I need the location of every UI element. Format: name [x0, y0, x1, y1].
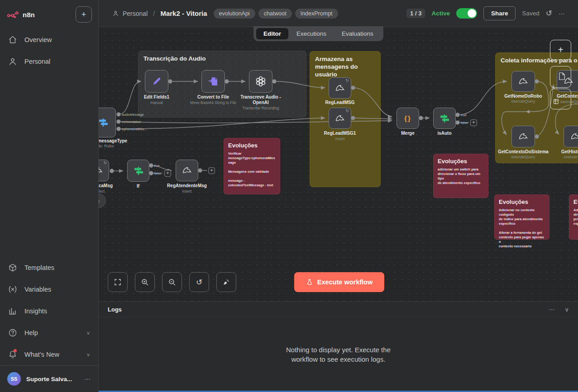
n8n-logo-icon — [7, 11, 19, 18]
add-node-button[interactable]: + — [470, 119, 477, 126]
view-tabs: Editor Executions Evaluations — [253, 26, 383, 41]
add-node-ghost-button[interactable]: + — [550, 40, 571, 60]
workflow-canvas[interactable]: Transcrição do Audio Armazena as mensage… — [99, 27, 578, 301]
if-icon — [439, 113, 450, 124]
home-icon — [8, 35, 17, 44]
sticky-note-evolucoes-4[interactable]: Evoluções Adicionar direcionar processo … — [569, 194, 578, 240]
sticky-body: Adicionar no contexto codigods de indice… — [499, 208, 545, 249]
user-more-icon[interactable]: ⋯ — [84, 375, 91, 383]
merge-icon: {} — [404, 114, 411, 122]
zoom-in-button[interactable] — [135, 272, 155, 292]
node-switch-messagetype[interactable] — [99, 108, 116, 137]
execute-workflow-button[interactable]: Execute workflow — [294, 272, 384, 292]
zoom-out-button[interactable] — [162, 272, 182, 292]
sidebar-item-label: Personal — [24, 58, 50, 65]
sticky-title: Evoluções — [438, 158, 484, 165]
fit-view-button[interactable] — [108, 272, 128, 292]
node-convert-to-file[interactable] — [201, 70, 225, 93]
node-transcreve-audio-openai[interactable] — [249, 70, 272, 93]
output-label: false — [154, 171, 161, 175]
pencil-icon — [151, 76, 162, 87]
logs-header[interactable]: Logs ⋯ ∨ — [99, 302, 578, 317]
logs-collapse-icon[interactable]: ∨ — [564, 306, 569, 313]
sidebar-item-personal[interactable]: Personal — [0, 51, 98, 72]
tab-editor[interactable]: Editor — [256, 28, 288, 39]
node-subtitle: Move Base64 String to File — [186, 100, 240, 105]
node-regleadmsg1[interactable]: ↻ — [329, 108, 351, 129]
toggle-knob — [468, 9, 476, 18]
tag[interactable]: evolutionApi — [214, 9, 255, 19]
user-icon — [8, 57, 17, 66]
help-icon — [8, 328, 17, 337]
zoom-in-icon — [141, 278, 149, 286]
sticky-title: Evoluções — [499, 198, 545, 205]
node-if[interactable] — [127, 160, 149, 182]
sidebar-item-whats-new[interactable]: What’s New ∨ — [0, 344, 98, 365]
sticky-title: Evoluções — [228, 142, 276, 149]
sticky-note-evolucoes-1[interactable]: Evoluções Verificar messageType:ephemera… — [224, 138, 280, 194]
workflow-header: Personal / Mark2 - Vitoria evolutionApi … — [99, 0, 578, 27]
node-edit-fields1[interactable] — [145, 70, 168, 93]
tag[interactable]: chatwoot — [258, 9, 292, 19]
logo-text: n8n — [23, 11, 35, 19]
sidebar-item-label: Templates — [24, 264, 54, 271]
node-label: RegAtendenteMsg — [160, 183, 214, 189]
file-convert-icon — [208, 76, 219, 87]
node-label: GetContextoDoSistema — [496, 149, 550, 155]
workflow-tags: evolutionApi chatwoot IndexPrompt — [214, 9, 338, 19]
tidy-up-button[interactable] — [216, 272, 236, 292]
n8n-logo[interactable]: n8n — [7, 11, 35, 19]
sidebar-item-overview[interactable]: Overview — [0, 29, 98, 51]
add-workflow-button[interactable]: + — [76, 6, 92, 23]
add-node-button[interactable]: + — [164, 170, 171, 177]
switch-icon — [99, 117, 109, 128]
tag[interactable]: IndexPrompt — [295, 9, 338, 19]
node-camsg[interactable]: ↻ — [99, 160, 109, 181]
node-merge[interactable]: {} — [396, 108, 419, 129]
logs-more-icon[interactable]: ⋯ — [549, 306, 554, 313]
node-gethistori[interactable] — [564, 126, 578, 147]
tab-executions[interactable]: Executions — [289, 28, 334, 39]
node-isauto[interactable] — [433, 108, 456, 129]
canvas-toolbar: ↺ — [108, 272, 236, 292]
node-getnomedorobo[interactable] — [511, 71, 535, 92]
ghost-node-outline-1[interactable] — [550, 66, 571, 88]
ghost-node-outline-2[interactable] — [550, 89, 571, 109]
box-icon — [8, 263, 17, 272]
n8n-app: n8n + Overview Personal Templates — [0, 0, 578, 392]
mysql-icon — [570, 131, 578, 142]
sidebar-item-label: Variables — [24, 286, 51, 293]
sticky-note-evolucoes-3[interactable]: Evoluções Adicionar no contexto codigods… — [494, 194, 549, 240]
node-subtitle: manual — [129, 100, 184, 105]
add-node-button[interactable]: + — [208, 167, 215, 174]
sidebar-item-insights[interactable]: Insights — [0, 300, 98, 322]
workflow-title[interactable]: Mark2 - Vitoria — [160, 9, 207, 17]
saved-status: Saved — [522, 10, 539, 17]
logs-empty-message: Nothing to display yet. Execute the work… — [286, 345, 391, 364]
chart-icon — [8, 307, 17, 316]
plus-icon: + — [550, 40, 571, 60]
breadcrumb-project[interactable]: Personal — [123, 10, 148, 17]
openai-icon — [255, 76, 267, 87]
reset-zoom-button[interactable]: ↺ — [189, 272, 209, 292]
output-label: true — [154, 164, 160, 168]
active-toggle[interactable] — [456, 8, 477, 19]
sticky-body: adicionar um switch para direcionar o fl… — [438, 167, 484, 185]
node-label: isAuto — [417, 131, 472, 136]
node-regatendentemsg[interactable] — [176, 160, 198, 181]
node-regleadmsg[interactable]: ↻ — [329, 77, 351, 99]
sidebar-item-templates[interactable]: Templates — [0, 257, 98, 279]
sticky-note-evolucoes-2[interactable]: Evoluções adicionar um switch para direc… — [433, 154, 488, 198]
share-button[interactable]: Share — [483, 6, 516, 20]
sidebar-item-label: Help — [24, 329, 38, 336]
avatar: SS — [7, 372, 21, 386]
sidebar-item-variables[interactable]: Variables — [0, 279, 98, 300]
sidebar-item-help[interactable]: Help ∨ — [0, 322, 98, 344]
header-more-icon[interactable]: ⋯ — [559, 10, 565, 17]
chevron-down-icon: ∨ — [86, 330, 90, 336]
history-icon[interactable]: ↺ — [546, 9, 552, 18]
node-subtitle: execute — [564, 155, 578, 159]
user-menu[interactable]: SS Suporte Salva... ⋯ — [0, 365, 98, 392]
node-getcontextodosistema[interactable] — [511, 126, 535, 147]
tab-evaluations[interactable]: Evaluations — [334, 28, 381, 39]
